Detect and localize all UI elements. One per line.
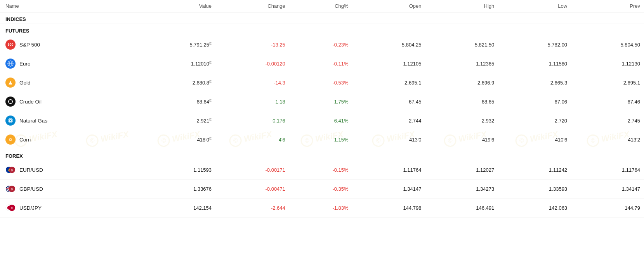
chgpct-crudeoil: 1.75% — [289, 92, 352, 111]
prev-euro: 1.12130 — [571, 54, 644, 73]
open-sp500: 5,804.25 — [352, 35, 425, 54]
high-corn: 419'6 — [425, 130, 498, 149]
value-natgas: 2.921E — [136, 111, 215, 130]
section-futures: FUTURES — [0, 24, 644, 36]
name-euro: Euro — [0, 54, 136, 73]
high-euro: 1.12365 — [425, 54, 498, 73]
row-gbpusd[interactable]: $ GBP/USD1.33676-0.00471-0.35%1.341471.3… — [0, 179, 644, 198]
high-usdjpy: 146.491 — [425, 198, 498, 217]
value-usdjpy: 142.154 — [136, 198, 215, 217]
low-usdjpy: 142.063 — [498, 198, 571, 217]
high-sp500: 5,821.50 — [425, 35, 498, 54]
name-natgas: Natural Gas — [0, 111, 136, 130]
svg-text:€: € — [8, 169, 10, 172]
name-crudeoil: Crude Oil — [0, 92, 136, 111]
row-crudeoil[interactable]: Crude Oil68.64E1.181.75%67.4568.6567.066… — [0, 92, 644, 111]
low-corn: 410'6 — [498, 130, 571, 149]
high-gbpusd: 1.34273 — [425, 179, 498, 198]
row-sp500[interactable]: 500S&P 5005,791.25E-13.25-0.23%5,804.255… — [0, 35, 644, 54]
market-table: Name Value Change Chg% Open High Low Pre… — [0, 0, 644, 217]
svg-point-4 — [9, 100, 12, 103]
prev-gold: 2,695.1 — [571, 73, 644, 92]
open-corn: 413'0 — [352, 130, 425, 149]
col-open: Open — [352, 0, 425, 12]
change-sp500: -13.25 — [215, 35, 289, 54]
low-gold: 2,665.3 — [498, 73, 571, 92]
change-corn: 4'6 — [215, 130, 289, 149]
low-crudeoil: 67.06 — [498, 92, 571, 111]
change-crudeoil: 1.18 — [215, 92, 289, 111]
open-gbpusd: 1.34147 — [352, 179, 425, 198]
prev-natgas: 2.745 — [571, 111, 644, 130]
name-gold: ▲Gold — [0, 73, 136, 92]
chgpct-gbpusd: -0.35% — [289, 179, 352, 198]
row-eurusd[interactable]: $ € EUR/USD1.11593-0.00171-0.15%1.117641… — [0, 160, 644, 179]
chgpct-sp500: -0.23% — [289, 35, 352, 54]
section-forex: FOREX — [0, 149, 644, 161]
col-name: Name — [0, 0, 136, 12]
high-eurusd: 1.12027 — [425, 160, 498, 179]
chgpct-eurusd: -0.15% — [289, 160, 352, 179]
value-euro: 1.12010E — [136, 54, 215, 73]
name-eurusd: $ € EUR/USD — [0, 160, 136, 179]
name-sp500: 500S&P 500 — [0, 35, 136, 54]
name-usdjpy: ¥ USD/JPY — [0, 198, 136, 217]
value-sp500: 5,791.25E — [136, 35, 215, 54]
change-gold: -14.3 — [215, 73, 289, 92]
high-gold: 2,696.9 — [425, 73, 498, 92]
change-eurusd: -0.00171 — [215, 160, 289, 179]
open-usdjpy: 144.798 — [352, 198, 425, 217]
low-natgas: 2.720 — [498, 111, 571, 130]
row-euro[interactable]: Euro1.12010E-0.00120-0.11%1.121051.12365… — [0, 54, 644, 73]
chgpct-gold: -0.53% — [289, 73, 352, 92]
row-corn[interactable]: Corn418'0E4'61.15%413'0419'6410'6413'2 — [0, 130, 644, 149]
prev-gbpusd: 1.34147 — [571, 179, 644, 198]
open-gold: 2,695.1 — [352, 73, 425, 92]
value-crudeoil: 68.64E — [136, 92, 215, 111]
value-gbpusd: 1.33676 — [136, 179, 215, 198]
open-natgas: 2.744 — [352, 111, 425, 130]
prev-crudeoil: 67.46 — [571, 92, 644, 111]
high-crudeoil: 68.65 — [425, 92, 498, 111]
open-euro: 1.12105 — [352, 54, 425, 73]
low-eurusd: 1.11242 — [498, 160, 571, 179]
change-natgas: 0.176 — [215, 111, 289, 130]
chgpct-usdjpy: -1.83% — [289, 198, 352, 217]
svg-point-9 — [10, 139, 11, 140]
row-natgas[interactable]: Natural Gas2.921E0.1766.41%2.7442.9322.7… — [0, 111, 644, 130]
prev-usdjpy: 144.79 — [571, 198, 644, 217]
col-value: Value — [136, 0, 215, 12]
chgpct-corn: 1.15% — [289, 130, 352, 149]
name-corn: Corn — [0, 130, 136, 149]
open-crudeoil: 67.45 — [352, 92, 425, 111]
col-low: Low — [498, 0, 571, 12]
svg-text:¥: ¥ — [11, 207, 13, 210]
col-change: Change — [215, 0, 289, 12]
change-usdjpy: -2.644 — [215, 198, 289, 217]
section-indices: INDICES — [0, 12, 644, 24]
open-eurusd: 1.11764 — [352, 160, 425, 179]
col-prev: Prev — [571, 0, 644, 12]
col-high: High — [425, 0, 498, 12]
low-gbpusd: 1.33593 — [498, 179, 571, 198]
chgpct-euro: -0.11% — [289, 54, 352, 73]
high-natgas: 2.932 — [425, 111, 498, 130]
row-gold[interactable]: ▲Gold2,680.8E-14.3-0.53%2,695.12,696.92,… — [0, 73, 644, 92]
value-eurusd: 1.11593 — [136, 160, 215, 179]
name-gbpusd: $ GBP/USD — [0, 179, 136, 198]
change-euro: -0.00120 — [215, 54, 289, 73]
value-corn: 418'0E — [136, 130, 215, 149]
value-gold: 2,680.8E — [136, 73, 215, 92]
chgpct-natgas: 6.41% — [289, 111, 352, 130]
row-usdjpy[interactable]: ¥ USD/JPY142.154-2.644-1.83%144.798146.4… — [0, 198, 644, 217]
prev-sp500: 5,804.50 — [571, 35, 644, 54]
low-euro: 1.11580 — [498, 54, 571, 73]
col-chgpct: Chg% — [289, 0, 352, 12]
change-gbpusd: -0.00471 — [215, 179, 289, 198]
low-sp500: 5,782.00 — [498, 35, 571, 54]
prev-eurusd: 1.11764 — [571, 160, 644, 179]
svg-point-5 — [8, 118, 13, 123]
prev-corn: 413'2 — [571, 130, 644, 149]
